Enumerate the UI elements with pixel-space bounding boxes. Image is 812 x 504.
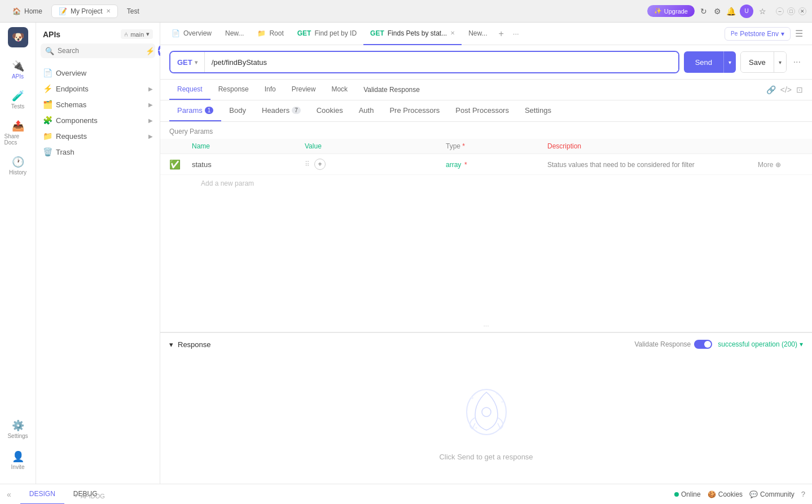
tab-findpetbyid[interactable]: GET Find pet by ID <box>291 23 363 45</box>
params-tab-cookies[interactable]: Cookies <box>309 100 351 121</box>
tab-menu-button[interactable]: ☰ <box>791 28 807 39</box>
env-label: Petstore Env <box>740 30 779 38</box>
params-tab-body[interactable]: Body <box>221 100 254 121</box>
nav-left-icon[interactable]: « <box>7 490 11 499</box>
params-tab-auth[interactable]: Auth <box>351 100 382 121</box>
sidebar-item-settings[interactable]: ⚙️ Settings <box>2 415 34 444</box>
row-more[interactable]: More ⊕ <box>758 160 803 169</box>
close-button[interactable]: ✕ <box>798 7 806 15</box>
sidebar-item-invite[interactable]: 👤 Invite <box>2 446 34 475</box>
drag-handle-icon[interactable]: ⠿ <box>305 160 310 168</box>
description-text: Status values that need to be considered… <box>547 161 695 169</box>
link-icon[interactable]: 🔗 <box>766 85 776 94</box>
url-input[interactable] <box>205 52 678 72</box>
nav-item-requests[interactable]: 📁 Requests ▶ <box>36 128 160 144</box>
more-button[interactable]: More ⊕ <box>758 161 781 169</box>
sharedocs-label: Share Docs <box>5 133 32 146</box>
tab-overview[interactable]: 📄 Overview <box>165 23 218 45</box>
env-selector[interactable]: Pe Petstore Env ▾ <box>725 27 791 41</box>
more-options-button[interactable]: ··· <box>791 57 803 67</box>
sub-tab-response[interactable]: Response <box>210 80 257 100</box>
requests-label: Requests <box>56 132 87 141</box>
left-panel: APIs ⑃ main ▾ 🔍 ⚡ + 📄 Overview ⚡ Endpoin… <box>36 23 160 484</box>
required-star: * <box>464 161 467 169</box>
minimize-button[interactable]: – <box>776 7 784 15</box>
method-selector[interactable]: GET ▾ <box>170 52 205 72</box>
close-tab-icon[interactable]: ✕ <box>106 8 111 14</box>
nav-item-trash[interactable]: 🗑️ Trash <box>36 144 160 160</box>
branch-label: main <box>130 31 144 38</box>
row-check[interactable]: ✅ <box>169 159 192 170</box>
close-tab-findspets-icon[interactable]: ✕ <box>450 30 455 36</box>
params-tab-headers[interactable]: Headers 7 <box>254 100 309 121</box>
refresh-icon[interactable]: ↻ <box>699 7 708 16</box>
response-header[interactable]: ▾ Response Validate Response successful … <box>160 333 812 356</box>
send-main-button[interactable]: Send <box>684 51 723 73</box>
community-status[interactable]: 💬 Community <box>749 490 795 498</box>
bottom-tab-design[interactable]: DESIGN <box>20 484 64 505</box>
branch-selector[interactable]: ⑃ main ▾ <box>121 29 153 39</box>
maximize-button[interactable]: □ <box>787 7 795 15</box>
body-label: Body <box>229 106 246 115</box>
apidog-label: APIDOG <box>81 493 105 499</box>
sidebar-item-sharedocs[interactable]: 📤 Share Docs <box>2 115 34 150</box>
bookmark-icon[interactable]: ☆ <box>758 7 767 16</box>
filter-icon[interactable]: ⚡ <box>146 47 155 55</box>
avatar[interactable]: U <box>740 5 753 18</box>
params-table-header: Name Value Type Description <box>160 139 812 154</box>
nav-item-schemas[interactable]: 🗂️ Schemas ▶ <box>36 97 160 112</box>
history-icon: 🕐 <box>12 156 24 168</box>
add-param-row[interactable]: Add a new param <box>160 175 812 192</box>
cookies-status[interactable]: 🍪 Cookies <box>708 490 743 498</box>
sub-tab-mock[interactable]: Mock <box>323 80 355 100</box>
sub-tab-preview-label: Preview <box>292 85 316 93</box>
table-row: ✅ status ⠿ + array * Status values that … <box>160 154 812 175</box>
sub-tab-preview[interactable]: Preview <box>284 80 324 100</box>
params-tab-pre[interactable]: Pre Processors <box>381 100 447 121</box>
nav-item-components[interactable]: 🧩 Components ▶ <box>36 112 160 128</box>
upgrade-button[interactable]: ✨ Upgrade <box>647 5 695 17</box>
sub-tab-info[interactable]: Info <box>257 80 284 100</box>
env-icon: Pe <box>731 30 738 37</box>
test-tab[interactable]: Test <box>120 5 146 17</box>
settings-icon[interactable]: ⚙ <box>713 7 722 16</box>
tab-new1[interactable]: New... <box>218 23 251 45</box>
add-value-button[interactable]: + <box>314 159 326 170</box>
myproject-tab[interactable]: 📝 My Project ✕ <box>51 5 118 18</box>
code-icon[interactable]: </> <box>780 85 792 94</box>
sidebar-item-history[interactable]: 🕐 History <box>2 151 34 180</box>
settings-label: Settings <box>7 433 28 439</box>
home-tab[interactable]: 🏠 Home <box>6 5 49 17</box>
response-section: ▾ Response Validate Response successful … <box>160 332 812 484</box>
validate-toggle-switch[interactable] <box>694 340 712 349</box>
tab-new2[interactable]: New... <box>462 23 494 45</box>
save-dropdown-button[interactable]: ▾ <box>774 52 786 72</box>
question-icon[interactable]: ? <box>801 490 805 498</box>
params-tab-settings[interactable]: Settings <box>517 100 559 121</box>
status-selector[interactable]: successful operation (200) ▾ <box>718 340 803 348</box>
sub-tab-request[interactable]: Request <box>169 80 210 100</box>
tab-root[interactable]: 📁 Root <box>251 23 290 45</box>
tab-findspetsbystatus[interactable]: GET Finds Pets by stat... ✕ <box>363 23 462 45</box>
more-tabs-button[interactable]: ··· <box>508 29 524 38</box>
resize-handle[interactable]: ··· <box>160 319 812 332</box>
branch-arrow: ▾ <box>146 30 150 38</box>
nav-item-endpoints[interactable]: ⚡ Endpoints ▶ <box>36 81 160 97</box>
post-label: Post Processors <box>455 106 509 115</box>
params-tab-post[interactable]: Post Processors <box>447 100 517 121</box>
community-label: Community <box>760 490 795 498</box>
add-tab-button[interactable]: + <box>494 29 508 39</box>
search-input[interactable] <box>58 47 142 55</box>
sidebar-item-tests[interactable]: 🧪 Tests <box>2 85 34 114</box>
save-main-button[interactable]: Save <box>741 52 774 72</box>
split-icon[interactable]: ⊡ <box>796 85 803 94</box>
bottom-bar: « DESIGN DEBUG Online 🍪 Cookies 💬 Commun… <box>0 484 812 504</box>
bell-icon[interactable]: 🔔 <box>726 7 735 16</box>
query-params-section: Query Params <box>160 122 812 139</box>
overview-icon: 📄 <box>43 68 52 77</box>
nav-item-overview[interactable]: 📄 Overview <box>36 65 160 81</box>
params-tab-params[interactable]: Params 1 <box>169 100 221 121</box>
sidebar-item-apis[interactable]: 🔌 APIs <box>2 55 34 84</box>
send-dropdown-button[interactable]: ▾ <box>723 51 736 73</box>
tab-get-method-findpet: GET <box>297 29 311 37</box>
